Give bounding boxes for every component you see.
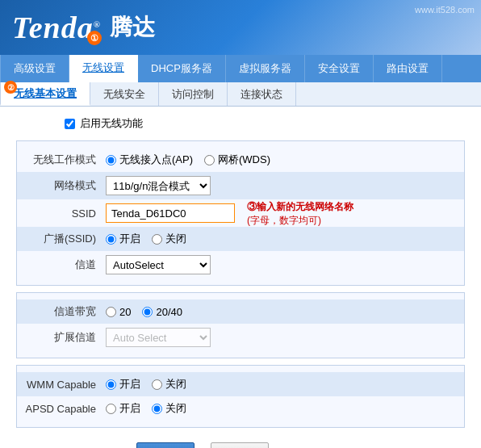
band-20-text: 20 xyxy=(119,306,131,318)
nav-dhcp[interactable]: DHCP服务器 xyxy=(138,55,226,82)
wireless-mode-label: 无线工作模式 xyxy=(25,153,106,167)
ssid-label: SSID xyxy=(25,207,106,220)
band-20-radio[interactable] xyxy=(106,307,116,317)
ext-channel-select[interactable]: Auto Select xyxy=(106,328,211,347)
apsd-label: APSD Capable xyxy=(25,403,106,415)
broadcast-label: 广播(SSID) xyxy=(25,232,106,246)
apsd-off-label[interactable]: 关闭 xyxy=(152,401,186,416)
enable-row: 启用无线功能 xyxy=(16,116,465,131)
ext-channel-label: 扩展信道 xyxy=(25,330,106,345)
cancel-button[interactable]: 取消 xyxy=(211,442,269,448)
network-mode-label: 网络模式 xyxy=(25,178,106,193)
subnav-basic[interactable]: ② 无线基本设置 xyxy=(0,82,90,106)
channel-band-row: 信道带宽 20 20/40 xyxy=(17,299,464,324)
channel-band-label: 信道带宽 xyxy=(25,304,106,319)
nav-advanced[interactable]: 高级设置 xyxy=(0,55,69,82)
wmm-on-label[interactable]: 开启 xyxy=(106,377,140,391)
nav-wireless[interactable]: 无线设置 xyxy=(69,55,138,82)
wmm-on-radio[interactable] xyxy=(106,379,116,390)
wmm-controls: 开启 关闭 xyxy=(106,377,456,391)
annotation-arrow: ③输入新的无线网络名称 xyxy=(247,201,353,212)
nav-routing[interactable]: 路由设置 xyxy=(374,55,442,82)
ext-channel-controls: Auto Select xyxy=(106,328,456,347)
subnav-basic-label: 无线基本设置 xyxy=(14,86,77,101)
step2-badge: ② xyxy=(4,81,17,94)
broadcast-controls: 开启 关闭 xyxy=(106,232,456,246)
mode-wds-text: 网桥(WDS) xyxy=(218,153,270,167)
ssid-row: SSID ③输入新的无线网络名称 (字母，数字均可) xyxy=(17,199,464,227)
network-mode-controls: 11b/g/n混合模式 11b only 11g only 11n only xyxy=(106,176,456,195)
network-mode-row: 网络模式 11b/g/n混合模式 11b only 11g only 11n o… xyxy=(17,172,464,199)
wmm-on-text: 开启 xyxy=(119,377,140,391)
band-2040-radio[interactable] xyxy=(142,307,153,317)
apsd-off-radio[interactable] xyxy=(152,404,162,414)
apsd-off-text: 关闭 xyxy=(165,401,186,416)
nav-security[interactable]: 安全设置 xyxy=(305,55,374,82)
network-mode-select[interactable]: 11b/g/n混合模式 11b only 11g only 11n only xyxy=(106,176,211,195)
channel-label: 信道 xyxy=(25,257,106,272)
channel-controls: AutoSelect 123 456 789 10111213 xyxy=(106,255,456,274)
apsd-row: APSD Capable 开启 关闭 xyxy=(17,396,464,421)
wmm-off-text: 关闭 xyxy=(165,377,186,391)
mode-wds-radio[interactable] xyxy=(204,155,215,165)
top-nav: 高级设置 无线设置 DHCP服务器 虚拟服务器 安全设置 路由设置 xyxy=(0,55,481,82)
broadcast-off-text: 关闭 xyxy=(165,232,186,246)
wmm-off-radio[interactable] xyxy=(152,379,162,390)
enable-checkbox[interactable] xyxy=(65,119,75,129)
apsd-on-label[interactable]: 开启 xyxy=(106,401,140,416)
annotation-sub: (字母，数字均可) xyxy=(247,215,321,226)
logo-chinese: 腾达 xyxy=(110,12,155,43)
header: Tenda® 腾达 www.it528.com ① xyxy=(0,0,481,55)
broadcast-off-label[interactable]: 关闭 xyxy=(152,232,186,246)
step1-badge: ① xyxy=(87,31,102,45)
basic-settings-section: 无线工作模式 无线接入点(AP) 网桥(WDS) 网络模式 11b/g/n混合模… xyxy=(16,140,465,286)
wireless-mode-row: 无线工作模式 无线接入点(AP) 网桥(WDS) xyxy=(17,148,464,172)
watermark: www.it528.com xyxy=(415,5,475,15)
apsd-controls: 开启 关闭 xyxy=(106,401,456,416)
ssid-annotation: ③输入新的无线网络名称 (字母，数字均可) xyxy=(247,200,353,228)
button-row: ④点击"确定" ◄ 确定 取消 xyxy=(16,434,465,448)
subnav-security[interactable]: 无线安全 xyxy=(90,82,159,106)
band-2040-label[interactable]: 20/40 xyxy=(142,306,182,318)
wmm-section: WMM Capable 开启 关闭 APSD Capable 开启 xyxy=(16,365,465,428)
channel-select[interactable]: AutoSelect 123 456 789 10111213 xyxy=(106,255,211,274)
subnav-status[interactable]: 连接状态 xyxy=(228,82,296,106)
wmm-row: WMM Capable 开启 关闭 xyxy=(17,372,464,396)
enable-label[interactable]: 启用无线功能 xyxy=(80,116,143,131)
band-2040-text: 20/40 xyxy=(156,306,182,318)
mode-ap-label[interactable]: 无线接入点(AP) xyxy=(106,153,193,167)
ext-channel-row: 扩展信道 Auto Select xyxy=(17,324,464,351)
ssid-controls: ③输入新的无线网络名称 (字母，数字均可) xyxy=(106,203,456,223)
confirm-button[interactable]: 确定 xyxy=(136,442,194,448)
mode-ap-text: 无线接入点(AP) xyxy=(119,153,193,167)
broadcast-on-text: 开启 xyxy=(119,232,140,246)
mode-wds-label[interactable]: 网桥(WDS) xyxy=(204,153,270,167)
subnav-access[interactable]: 访问控制 xyxy=(159,82,228,106)
bandwidth-section: 信道带宽 20 20/40 扩展信道 Auto Select xyxy=(16,292,465,358)
ssid-input[interactable] xyxy=(106,203,235,223)
band-20-label[interactable]: 20 xyxy=(106,306,131,318)
broadcast-on-label[interactable]: 开启 xyxy=(106,232,140,246)
mode-ap-radio[interactable] xyxy=(106,155,116,165)
wmm-label: WMM Capable xyxy=(25,379,106,391)
channel-row: 信道 AutoSelect 123 456 789 10111213 xyxy=(17,251,464,278)
content: 启用无线功能 无线工作模式 无线接入点(AP) 网桥(WDS) 网络模式 xyxy=(0,107,481,448)
wmm-off-label[interactable]: 关闭 xyxy=(152,377,186,391)
logo-tenda: Tenda® 腾达 xyxy=(12,10,155,45)
broadcast-off-radio[interactable] xyxy=(152,234,162,245)
wireless-mode-controls: 无线接入点(AP) 网桥(WDS) xyxy=(106,153,456,167)
channel-band-controls: 20 20/40 xyxy=(106,306,456,318)
broadcast-on-radio[interactable] xyxy=(106,234,116,245)
broadcast-row: 广播(SSID) 开启 关闭 xyxy=(17,227,464,251)
sub-nav: ② 无线基本设置 无线安全 访问控制 连接状态 xyxy=(0,82,481,107)
apsd-on-radio[interactable] xyxy=(106,404,116,414)
apsd-on-text: 开启 xyxy=(119,401,140,416)
nav-virtual[interactable]: 虚拟服务器 xyxy=(226,55,305,82)
